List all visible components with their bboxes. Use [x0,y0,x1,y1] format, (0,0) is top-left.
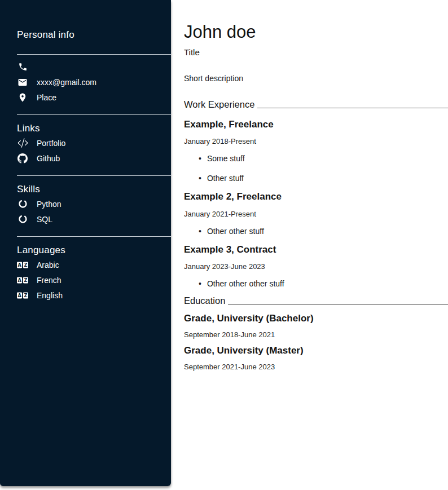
languages-heading: Languages [17,245,171,256]
skill-sql: SQL [17,211,171,227]
language-english: AZ English [17,288,171,303]
work-entry-bullets: Other other other stuff [184,279,448,288]
work-entry-period: January 2018-Present [184,137,448,145]
personal-info-heading: Personal info [17,29,171,41]
links-group: Portfolio Github [17,135,171,166]
svg-text:A: A [17,277,21,283]
email-row: xxxx@gmail.com [17,74,171,90]
education-entry: Grade, University (Bachelor) September 2… [184,313,448,339]
work-experience-section-heading: Work Experience [184,99,448,111]
divider [17,54,171,55]
work-entry: Example, Freelance January 2018-Present … [184,119,448,183]
work-entry: Example 2, Freelance January 2021-Presen… [184,191,448,235]
education-section-heading: Education [184,295,448,307]
svg-text:A: A [17,293,21,298]
education-heading-label: Education [184,295,225,307]
skill-python: Python [17,196,171,211]
languages-group: AZ Arabic AZ French AZ English [17,257,171,303]
bullet-item: Other stuff [199,174,448,183]
heading-rule [228,304,448,304]
email-label: xxxx@gmail.com [37,78,96,87]
phone-row [17,59,171,74]
svg-text:Z: Z [24,277,27,283]
language-label: Arabic [37,261,59,270]
language-label: French [37,276,62,285]
place-label: Place [37,93,56,102]
work-entry-period: January 2023-June 2023 [184,262,448,271]
github-icon [17,153,28,164]
work-entry-bullets: Other other stuff [184,227,448,236]
translate-az-icon: AZ [17,276,28,284]
work-entry-role: Example 2, Freelance [184,191,448,202]
sidebar: Personal info xxxx@gmail.com Place [0,0,171,486]
education-entry-degree: Grade, University (Master) [184,345,448,356]
portfolio-link-label: Portfolio [37,139,65,148]
translate-az-icon: AZ [17,261,28,269]
link-github[interactable]: Github [17,151,171,166]
place-icon [17,92,28,103]
work-entry-role: Example, Freelance [184,119,448,130]
skill-label: Python [37,200,62,209]
bullet-item: Some stuff [199,154,448,163]
link-portfolio[interactable]: Portfolio [17,135,171,151]
work-experience-heading-label: Work Experience [184,99,254,111]
code-slash-icon [17,138,28,148]
phone-icon [17,62,28,72]
work-entry-role: Example 3, Contract [184,244,448,255]
resume-page: Personal info xxxx@gmail.com Place [0,0,448,490]
divider [17,114,171,115]
svg-text:A: A [17,262,21,268]
person-name: John doe [184,21,448,42]
divider [17,236,171,237]
language-arabic: AZ Arabic [17,257,171,272]
education-entry-degree: Grade, University (Bachelor) [184,313,448,324]
education-entry-period: September 2018-June 2021 [184,330,448,339]
short-description: Short description [184,74,448,83]
skill-label: SQL [37,215,52,224]
links-heading: Links [17,123,171,134]
place-row: Place [17,90,171,105]
email-icon [17,77,28,87]
education-entry: Grade, University (Master) September 202… [184,345,448,371]
person-title: Title [184,47,448,57]
svg-text:Z: Z [24,293,27,298]
divider [17,175,171,176]
heading-rule [257,108,448,108]
svg-text:Z: Z [24,262,27,268]
translate-az-icon: AZ [17,292,28,299]
personal-info-group: xxxx@gmail.com Place [17,59,171,105]
work-entry: Example 3, Contract January 2023-June 20… [184,244,448,288]
education-entry-period: September 2021-June 2023 [184,363,448,371]
language-label: English [37,291,63,300]
skills-group: Python SQL [17,196,171,227]
work-entry-period: January 2021-Present [184,210,448,218]
work-entry-bullets: Some stuff Other stuff [184,154,448,183]
resume-content: John doe Title Short description Work Ex… [171,0,448,490]
bullet-item: Other other stuff [199,227,448,236]
circle-icon [17,214,28,224]
skills-heading: Skills [17,184,171,195]
language-french: AZ French [17,272,171,288]
bullet-item: Other other other stuff [199,279,448,288]
github-link-label: Github [37,154,60,163]
circle-icon [17,199,28,209]
